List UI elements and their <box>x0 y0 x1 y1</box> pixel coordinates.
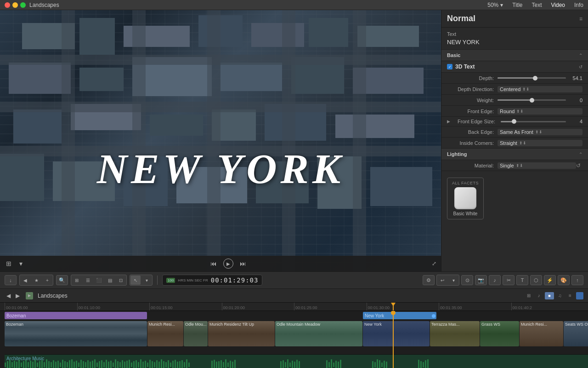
zoom-control[interactable]: 50% ▾ <box>487 2 503 8</box>
svg-rect-26 <box>64 361 66 368</box>
weight-thumb[interactable] <box>530 98 534 103</box>
cursor-arrow[interactable]: ▾ <box>141 276 152 285</box>
clip-munich-tilt[interactable]: Munich Residenz Tilt Up <box>208 321 275 346</box>
tl-audio-button[interactable]: ♪ <box>535 292 543 300</box>
camera-button[interactable]: 📷 <box>475 275 487 285</box>
depth-thumb[interactable] <box>533 76 537 80</box>
view-4[interactable]: ▤ <box>105 276 115 285</box>
timeline-right: ⊞ ♪ ■ ♫ ≡ <box>525 292 583 300</box>
clip-terrazza-label: Terrazza Mas... <box>431 322 460 327</box>
timecode-value[interactable]: 00:01:29:03 <box>211 276 259 284</box>
clip-munich-1[interactable]: Munich Resi... <box>147 321 183 346</box>
svg-rect-56 <box>133 361 135 368</box>
go-to-end-button[interactable]: ⏭ <box>239 259 247 268</box>
clip-odle-mountains[interactable]: Odle Mou... <box>184 321 208 346</box>
snapshot-button[interactable]: ⊙ <box>461 275 473 285</box>
fit-to-window-button[interactable]: ⊞ <box>5 259 13 268</box>
play-button[interactable]: ▶ <box>223 259 233 269</box>
aspect-arrow[interactable]: ▾ <box>17 259 25 268</box>
timeline: ◀ ▶ ▶ Landscapes ⊞ ♪ ■ ♫ ≡ 00:01:05:00 0… <box>0 289 588 368</box>
tab-title[interactable]: Title <box>512 2 522 8</box>
minimize-dot[interactable] <box>12 2 18 8</box>
redo-button[interactable]: ▾ <box>448 276 458 285</box>
depth-direction-select[interactable]: Centered ⬆⬇ <box>498 86 582 92</box>
color-button[interactable]: 🎨 <box>558 275 570 285</box>
svg-rect-100 <box>299 361 300 368</box>
front-edge-size-slider[interactable]: 4 <box>501 119 582 124</box>
fullscreen-button[interactable]: ⤢ <box>432 260 436 267</box>
view-5[interactable]: ⊡ <box>116 276 126 285</box>
clip-new-york[interactable]: New York <box>363 321 430 346</box>
clip-terrazza[interactable]: Terrazza Mas... <box>430 321 480 346</box>
facet-swatch[interactable] <box>454 187 476 209</box>
depth-track[interactable] <box>498 77 566 79</box>
share-button[interactable]: ↑ <box>571 275 583 285</box>
weight-slider[interactable]: 0 <box>498 98 582 103</box>
svg-rect-44 <box>106 360 107 368</box>
clip-grass[interactable]: Grass WS <box>480 321 519 346</box>
text-value[interactable]: NEW YORK <box>447 39 582 46</box>
clip-bozeman[interactable]: Bozeman <box>5 321 147 346</box>
maximize-dot[interactable] <box>20 2 26 8</box>
weight-track[interactable] <box>498 99 566 101</box>
go-to-start-button[interactable]: ⏮ <box>209 259 218 268</box>
svg-rect-73 <box>172 361 174 368</box>
tl-play-button[interactable]: ▶ <box>14 292 21 299</box>
clip-odle-meadow[interactable]: Odle Mountain Meadow <box>275 321 362 346</box>
svg-rect-52 <box>124 362 125 368</box>
lighting-section-header[interactable]: Lighting ⌃ <box>441 149 588 160</box>
clip-add-button[interactable]: + <box>42 276 52 285</box>
clip-seats[interactable]: Seats WS Of... <box>564 321 588 346</box>
cursor-select[interactable]: ↖ <box>130 276 141 285</box>
audio-button[interactable]: ♪ <box>489 275 501 285</box>
tl-view-btn[interactable] <box>576 292 583 299</box>
view-1[interactable]: ⊞ <box>72 276 82 285</box>
svg-rect-103 <box>331 359 332 368</box>
newyork-title-bar[interactable]: New York <box>363 312 436 319</box>
clip-mark-button[interactable]: ★ <box>31 276 41 285</box>
front-edge-select[interactable]: Round ⬆⬇ <box>498 108 582 115</box>
basic-arrow: ⌃ <box>579 53 582 58</box>
material-select[interactable]: Single ⬆⬇ <box>498 162 576 169</box>
fes-thumb[interactable] <box>512 119 516 124</box>
tab-text[interactable]: Text <box>531 2 542 8</box>
settings-button[interactable]: ⚙ <box>423 275 435 285</box>
depth-slider[interactable]: 54.1 <box>498 75 582 81</box>
cut-button[interactable]: ✂ <box>503 275 514 285</box>
tl-zoom-audio[interactable]: ♫ <box>556 292 564 300</box>
undo-button[interactable]: ↩ <box>437 276 447 285</box>
preset-arrow[interactable]: ≡ <box>579 16 582 22</box>
timeline-ruler: 00:01:05:00 00:01:10:00 00:01:15:00 00:0… <box>0 303 588 311</box>
fe-expand-arrow[interactable]: ▶ <box>447 119 450 124</box>
clip-prev-button[interactable]: ◀ <box>20 276 30 285</box>
svg-rect-39 <box>94 359 96 368</box>
basic-section-header[interactable]: Basic ⌃ <box>441 50 588 61</box>
back-edge-select[interactable]: Same As Front ⬆⬇ <box>498 129 582 135</box>
bozeman-title-bar[interactable]: Bozeman <box>5 312 147 319</box>
transition-button[interactable]: ⬡ <box>530 275 542 285</box>
tick-label-1: 00:01:10:00 <box>79 305 101 310</box>
clip-munich-2[interactable]: Munich Resi... <box>520 321 563 346</box>
svg-rect-59 <box>140 359 141 368</box>
view-2[interactable]: ☰ <box>83 276 93 285</box>
title-button[interactable]: T <box>516 275 528 285</box>
material-reset[interactable]: ↺ <box>576 162 582 169</box>
playhead[interactable] <box>393 311 394 368</box>
three-d-reset[interactable]: ↺ <box>579 64 582 69</box>
fes-track[interactable] <box>501 121 566 122</box>
tl-collapse[interactable]: ≡ <box>566 292 574 300</box>
import-button[interactable]: ↓ <box>5 275 17 285</box>
three-d-checkbox[interactable]: ✓ <box>447 64 452 69</box>
tl-back-button[interactable]: ◀ <box>5 292 12 299</box>
inside-corners-select[interactable]: Straight ⬆⬇ <box>498 140 582 146</box>
svg-rect-28 <box>69 360 70 368</box>
playhead-triangle <box>391 303 396 306</box>
effects-button[interactable]: ⚡ <box>544 275 556 285</box>
magnifier-button[interactable]: 🔍 <box>56 275 68 285</box>
view-3[interactable]: ⬛ <box>94 276 104 285</box>
facet-box[interactable]: ALL FACETS Basic White <box>447 178 484 219</box>
close-dot[interactable] <box>5 2 10 8</box>
tab-info[interactable]: Info <box>574 2 583 8</box>
tl-settings-button[interactable]: ⊞ <box>525 292 533 300</box>
tab-video[interactable]: Video <box>551 2 565 8</box>
